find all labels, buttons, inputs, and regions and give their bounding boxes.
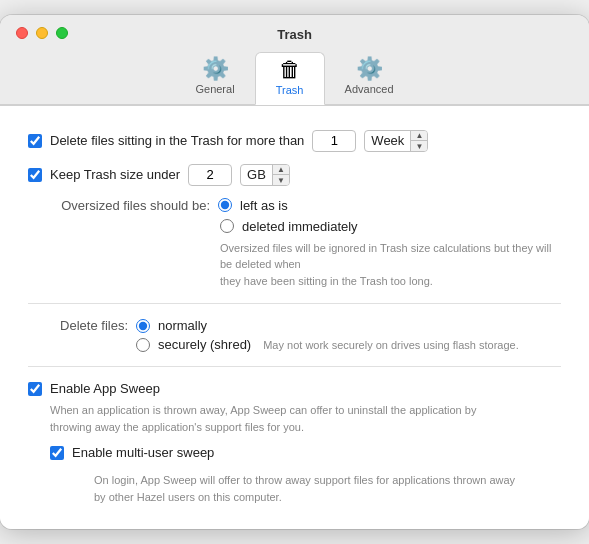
tab-advanced[interactable]: ⚙️ Advanced [325,52,414,104]
content-area: Delete files sitting in the Trash for mo… [0,105,589,530]
general-icon: ⚙️ [202,58,229,80]
oversized-left-label: left as is [240,198,288,213]
titlebar: Trash ⚙️ General 🗑 Trash ⚙️ Advanced [0,15,589,105]
oversized-deleted-label: deleted immediately [242,219,358,234]
delete-securely-radio[interactable] [136,338,150,352]
close-button[interactable] [16,27,28,39]
tab-trash[interactable]: 🗑 Trash [255,52,325,105]
delete-files-normally-row: Delete files: normally [28,318,561,333]
keep-trash-checkbox[interactable] [28,168,42,182]
delete-files-section-label: Delete files: [28,318,128,333]
tab-bar: ⚙️ General 🗑 Trash ⚙️ Advanced [175,52,413,104]
flash-hint: May not work securely on drives using fl… [263,339,519,351]
delete-files-up-arrow[interactable]: ▲ [411,130,427,142]
keep-trash-unit-value: GB [241,167,272,182]
tab-general-label: General [195,83,234,95]
traffic-lights [16,27,68,39]
delete-normally-radio[interactable] [136,319,150,333]
delete-files-section: Delete files: normally securely (shred) … [28,318,561,352]
keep-trash-unit-stepper[interactable]: GB ▲ ▼ [240,164,290,186]
oversized-radio-row2: deleted immediately [220,219,561,234]
delete-normally-label: normally [158,318,207,333]
divider2 [28,366,561,367]
minimize-button[interactable] [36,27,48,39]
tab-trash-label: Trash [276,84,304,96]
main-window: Trash ⚙️ General 🗑 Trash ⚙️ Advanced Del… [0,15,589,530]
keep-trash-arrows: ▲ ▼ [272,164,289,186]
tab-advanced-label: Advanced [345,83,394,95]
delete-files-checkbox[interactable] [28,134,42,148]
delete-files-down-arrow[interactable]: ▼ [411,141,427,152]
multiuser-checkbox[interactable] [50,446,64,460]
multiuser-label: Enable multi-user sweep [72,445,214,460]
app-sweep-hint: When an application is thrown away, App … [50,402,510,435]
enable-app-sweep-checkbox[interactable] [28,382,42,396]
keep-trash-down-arrow[interactable]: ▼ [273,175,289,186]
multiuser-row: Enable multi-user sweep [50,445,561,460]
oversized-left-radio[interactable] [218,198,232,212]
window-title: Trash [277,27,312,42]
delete-files-unit-value: Week [365,133,410,148]
keep-trash-value-input[interactable] [188,164,232,186]
oversized-label: Oversized files should be: [50,198,210,213]
oversized-label-row: Oversized files should be: left as is [50,198,561,213]
delete-files-arrows: ▲ ▼ [410,130,427,152]
trash-icon: 🗑 [279,59,301,81]
delete-files-row: Delete files sitting in the Trash for mo… [28,130,561,152]
tab-general[interactable]: ⚙️ General [175,52,254,104]
keep-trash-label: Keep Trash size under [50,167,180,182]
delete-files-unit-stepper[interactable]: Week ▲ ▼ [364,130,428,152]
maximize-button[interactable] [56,27,68,39]
keep-trash-row: Keep Trash size under GB ▲ ▼ [28,164,561,186]
enable-app-sweep-label: Enable App Sweep [50,381,160,396]
delete-securely-label: securely (shred) [158,337,251,352]
advanced-icon: ⚙️ [356,58,383,80]
divider1 [28,303,561,304]
multiuser-section: Enable multi-user sweep On login, App Sw… [50,445,561,505]
oversized-deleted-radio[interactable] [220,219,234,233]
keep-trash-up-arrow[interactable]: ▲ [273,164,289,176]
delete-files-value-input[interactable] [312,130,356,152]
delete-files-label: Delete files sitting in the Trash for mo… [50,133,304,148]
multiuser-hint: On login, App Sweep will offer to throw … [94,472,534,505]
delete-securely-row: securely (shred) May not work securely o… [136,337,561,352]
enable-app-sweep-row: Enable App Sweep [28,381,561,396]
oversized-hint: Oversized files will be ignored in Trash… [220,240,561,290]
oversized-radio-row1: left as is [218,198,288,213]
